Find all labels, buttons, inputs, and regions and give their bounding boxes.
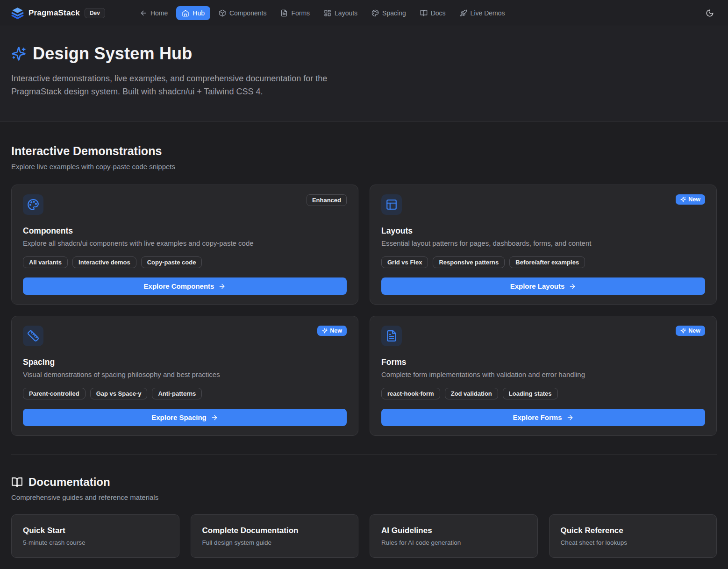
arrow-right-icon — [569, 283, 576, 290]
explore-components-button[interactable]: Explore Components — [23, 277, 347, 295]
tag-badge: Grid vs Flex — [381, 256, 428, 268]
card-description: Complete form implementations with valid… — [381, 370, 705, 378]
panels-top-left-icon — [381, 194, 402, 215]
explore-forms-button[interactable]: Explore Forms — [381, 409, 705, 426]
sparkles-icon — [11, 46, 26, 61]
card-description: Essential layout patterns for pages, das… — [381, 239, 705, 247]
tag-row: Grid vs Flex Responsive patterns Before/… — [381, 256, 705, 268]
nav-item-layouts[interactable]: Layouts — [318, 6, 363, 20]
tag-badge: Zod validation — [445, 388, 498, 399]
hero-section: Design System Hub Interactive demonstrat… — [0, 26, 728, 122]
documentation-heading: Documentation — [29, 476, 110, 489]
button-label: Explore Spacing — [151, 413, 207, 421]
new-badge: New — [676, 326, 705, 336]
card-title: Spacing — [23, 357, 347, 367]
demos-heading: Interactive Demonstrations — [11, 144, 717, 158]
arrow-left-icon — [140, 9, 147, 17]
tag-row: react-hook-form Zod validation Loading s… — [381, 388, 705, 399]
nav-item-forms[interactable]: Forms — [275, 6, 315, 20]
top-navbar: PragmaStack Dev Home Hub Components Fo — [0, 0, 728, 26]
env-badge: Dev — [85, 8, 105, 18]
home-icon — [182, 9, 189, 17]
doc-card-grid: Quick Start 5-minute crash course Comple… — [11, 514, 717, 558]
tag-badge: react-hook-form — [381, 388, 440, 399]
status-badge: Enhanced — [307, 194, 347, 206]
main-nav: Home Hub Components Forms Layouts — [134, 6, 511, 20]
button-label: Explore Components — [144, 282, 214, 290]
nav-item-home[interactable]: Home — [134, 6, 173, 20]
page-title: Design System Hub — [33, 44, 192, 64]
demo-card-grid: Enhanced Components Explore all shadcn/u… — [11, 185, 717, 436]
explore-layouts-button[interactable]: Explore Layouts — [381, 277, 705, 295]
doc-card-description: Rules for AI code generation — [381, 539, 526, 546]
badge-label: New — [688, 327, 700, 334]
nav-label: Hub — [193, 9, 205, 17]
button-label: Explore Forms — [513, 413, 562, 421]
doc-card-description: Full design system guide — [202, 539, 347, 546]
demo-card-layouts: New Layouts Essential layout patterns fo… — [370, 185, 717, 305]
card-description: Explore all shadcn/ui components with li… — [23, 239, 347, 247]
moon-icon — [706, 9, 714, 17]
palette-icon — [371, 9, 379, 17]
arrow-right-icon — [566, 414, 574, 421]
demos-subheading: Explore live examples with copy-paste co… — [11, 163, 717, 171]
rocket-icon — [460, 9, 467, 17]
file-text-icon — [381, 326, 402, 346]
palette-icon — [23, 194, 43, 215]
tag-badge: All variants — [23, 256, 68, 268]
card-description: Visual demonstrations of spacing philoso… — [23, 370, 347, 378]
doc-card-complete-documentation[interactable]: Complete Documentation Full design syste… — [191, 514, 359, 558]
nav-label: Components — [229, 9, 266, 17]
card-title: Forms — [381, 357, 705, 367]
tag-badge: Before/after examples — [509, 256, 585, 268]
layout-grid-icon — [324, 9, 331, 17]
new-badge: New — [317, 326, 347, 336]
nav-label: Live Demos — [471, 9, 505, 17]
layers-logo-icon — [11, 7, 24, 19]
demos-section: Interactive Demonstrations Explore live … — [11, 144, 717, 436]
tag-badge: Copy-paste code — [141, 256, 202, 268]
tag-badge: Interactive demos — [72, 256, 136, 268]
card-title: Components — [23, 226, 347, 236]
nav-label: Forms — [291, 9, 310, 17]
new-badge: New — [676, 194, 705, 205]
doc-card-title: Quick Start — [23, 526, 168, 535]
nav-item-live-demos[interactable]: Live Demos — [454, 6, 511, 20]
badge-label: New — [688, 196, 700, 203]
doc-card-ai-guidelines[interactable]: AI Guidelines Rules for AI code generati… — [370, 514, 538, 558]
nav-item-docs[interactable]: Docs — [414, 6, 451, 20]
file-text-icon — [280, 9, 288, 17]
brand-name: PragmaStack — [29, 8, 80, 18]
sparkles-icon — [680, 197, 686, 202]
book-open-icon — [11, 477, 23, 488]
doc-card-quick-start[interactable]: Quick Start 5-minute crash course — [11, 514, 179, 558]
doc-card-title: Complete Documentation — [202, 526, 347, 535]
book-open-icon — [420, 9, 428, 17]
nav-item-components[interactable]: Components — [213, 6, 272, 20]
demo-card-spacing: New Spacing Visual demonstrations of spa… — [11, 316, 358, 436]
nav-item-spacing[interactable]: Spacing — [366, 6, 412, 20]
doc-card-quick-reference[interactable]: Quick Reference Cheat sheet for lookups — [549, 514, 717, 558]
tag-badge: Gap vs Space-y — [90, 388, 148, 399]
doc-card-description: 5-minute crash course — [23, 539, 168, 546]
explore-spacing-button[interactable]: Explore Spacing — [23, 409, 347, 426]
sparkles-icon — [680, 328, 686, 334]
nav-label: Home — [150, 9, 168, 17]
sparkles-icon — [322, 328, 328, 334]
section-divider — [11, 455, 717, 455]
tag-badge: Parent-controlled — [23, 388, 86, 399]
demo-card-forms: New Forms Complete form implementations … — [370, 316, 717, 436]
documentation-section: Documentation Comprehensive guides and r… — [11, 476, 717, 558]
nav-item-hub[interactable]: Hub — [176, 6, 210, 20]
tag-row: Parent-controlled Gap vs Space-y Anti-pa… — [23, 388, 347, 399]
doc-card-description: Cheat sheet for lookups — [561, 539, 706, 546]
nav-label: Spacing — [382, 9, 406, 17]
nav-label: Docs — [431, 9, 446, 17]
main-content: Interactive Demonstrations Explore live … — [0, 144, 728, 558]
doc-card-title: Quick Reference — [561, 526, 706, 535]
ruler-icon — [23, 326, 43, 346]
doc-card-title: AI Guidelines — [381, 526, 526, 535]
theme-toggle-button[interactable] — [703, 6, 717, 20]
brand[interactable]: PragmaStack Dev — [11, 7, 105, 19]
arrow-right-icon — [211, 414, 218, 421]
